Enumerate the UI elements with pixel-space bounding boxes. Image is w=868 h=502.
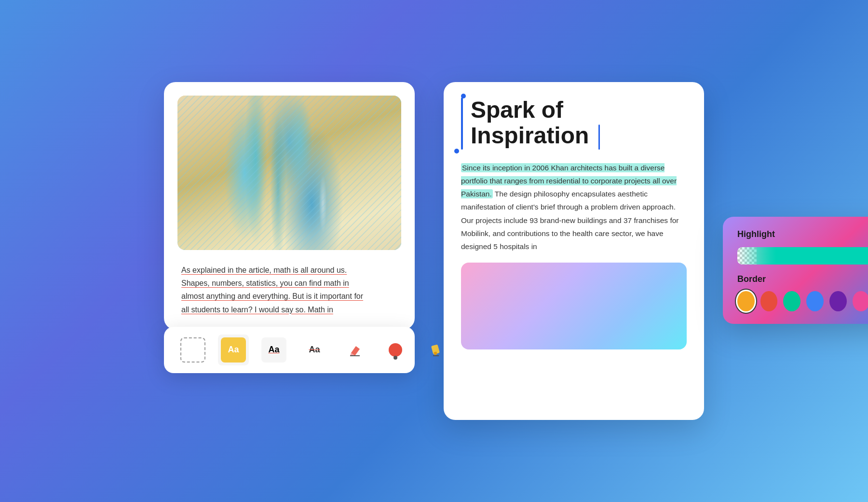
color-red[interactable]: [760, 291, 778, 311]
underlined-text-3: almost anything and everything. But is i…: [181, 292, 363, 300]
main-container: As explained in the article, math is all…: [145, 63, 723, 439]
right-card-image: [461, 263, 687, 349]
color-pink[interactable]: [853, 291, 868, 311]
heading-container: Spark of Inspiration: [461, 98, 687, 150]
underlined-text: As explained in the article, math is all…: [181, 266, 347, 274]
record-icon: [383, 337, 408, 363]
article-text-content: As explained in the article, math is all…: [177, 264, 401, 316]
selection-icon: [180, 337, 205, 363]
underlined-text-4: all students to learn? I would say so. M…: [181, 306, 333, 314]
highlight-popup: Highlight Border: [723, 217, 868, 323]
heading-vertical-line: [461, 98, 463, 150]
underline-tool[interactable]: Aa: [258, 335, 289, 365]
highlight-slider[interactable]: [737, 247, 868, 265]
underlined-text-2: Shapes, numbers, statistics, you can fin…: [181, 279, 349, 287]
highlight-slider-container[interactable]: [737, 247, 868, 265]
record-tool[interactable]: [380, 335, 411, 365]
color-picker: [737, 291, 868, 311]
color-green[interactable]: [783, 291, 800, 311]
article-paragraph: As explained in the article, math is all…: [181, 264, 397, 316]
cursor-top-dot: [461, 94, 466, 98]
right-card-heading: Spark of Inspiration: [471, 98, 687, 150]
eraser-tool[interactable]: [339, 335, 370, 365]
selection-tool[interactable]: [177, 335, 208, 365]
teal-fill: [737, 247, 868, 265]
formatting-toolbar: Aa Aa Aa: [164, 327, 415, 373]
marble-overlay: [177, 96, 401, 250]
border-section-title: Border: [737, 274, 868, 284]
popup-highlight-title: Highlight: [737, 229, 868, 239]
color-purple[interactable]: [829, 291, 847, 311]
strikethrough-tool[interactable]: Aa: [299, 335, 330, 365]
marble-background: [177, 96, 401, 250]
strikethrough-icon: Aa: [302, 337, 327, 363]
color-blue[interactable]: [806, 291, 824, 311]
body-text-paragraph: Since its inception in 2006 Khan archite…: [461, 161, 687, 253]
underline-icon: Aa: [261, 337, 286, 363]
text-cursor: [598, 125, 600, 150]
eraser-icon: [342, 337, 367, 363]
cursor-bottom-dot: [454, 149, 459, 153]
color-orange[interactable]: [737, 291, 755, 311]
left-card: As explained in the article, math is all…: [164, 82, 415, 330]
bold-text-icon: Aa: [221, 337, 246, 363]
article-image: [177, 96, 401, 250]
right-card: Spark of Inspiration Since its inception…: [444, 82, 704, 420]
bold-text-tool[interactable]: Aa: [218, 335, 249, 365]
